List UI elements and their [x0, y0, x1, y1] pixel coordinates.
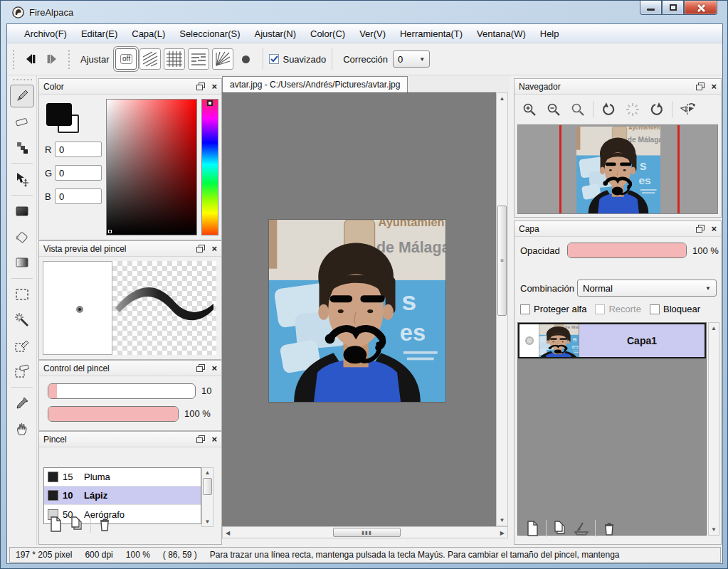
scroll-right-icon[interactable]: ▶ — [500, 530, 505, 536]
float-panel-icon[interactable] — [196, 364, 206, 372]
snap-parallel-button[interactable] — [139, 48, 161, 70]
layer-list-scrollbar[interactable]: ▲ ▼ — [708, 322, 719, 536]
new-brush-button[interactable] — [45, 514, 66, 534]
reset-rotation-button[interactable] — [621, 99, 645, 120]
menu-color[interactable]: Color(C) — [303, 26, 352, 42]
snap-off-button[interactable]: off — [115, 48, 137, 70]
saturation-value-picker[interactable] — [106, 99, 197, 235]
maximize-button[interactable] — [662, 1, 684, 15]
suavizado-checkbox[interactable]: Suavizado — [269, 54, 326, 65]
b-input[interactable] — [55, 188, 102, 204]
scroll-down-icon[interactable]: ▼ — [709, 526, 719, 533]
delete-layer-button[interactable] — [598, 519, 620, 538]
new-layer-button[interactable] — [522, 519, 543, 538]
select-tool-button[interactable] — [10, 283, 34, 306]
lock-checkbox[interactable]: Bloquear — [650, 304, 700, 314]
canvas-area[interactable] — [222, 92, 496, 526]
toolstrip-grip[interactable] — [12, 78, 32, 82]
foreground-color-swatch[interactable] — [46, 103, 72, 126]
scrollbar-thumb[interactable] — [203, 478, 212, 495]
dot-tool-button[interactable] — [10, 136, 34, 159]
scrollbar-thumb[interactable]: ▮▮▮ — [333, 528, 401, 537]
float-panel-icon[interactable] — [196, 435, 206, 443]
select-pen-tool-button[interactable] — [10, 334, 34, 357]
hand-tool-button[interactable] — [10, 418, 34, 440]
scroll-up-icon[interactable]: ▲ — [497, 95, 507, 102]
menu-capa[interactable]: Capa(L) — [125, 26, 172, 42]
toolbar-grip[interactable] — [68, 49, 70, 69]
hue-slider[interactable] — [201, 99, 218, 235]
brush-row-pluma[interactable]: 15 Pluma — [44, 468, 201, 486]
brush-opacity-slider[interactable] — [48, 406, 179, 422]
float-panel-icon[interactable] — [696, 83, 705, 90]
close-button[interactable] — [684, 1, 717, 15]
snap-cross-button[interactable] — [164, 48, 185, 70]
correccion-dropdown[interactable]: 0 ▼ — [393, 50, 430, 68]
zoom-out-button[interactable] — [542, 99, 566, 120]
protect-alpha-checkbox[interactable]: Proteger alfa — [520, 304, 586, 314]
toolbar-grip[interactable] — [12, 49, 15, 69]
layer-row-capa1[interactable]: Capa1 — [518, 323, 706, 358]
brush-size-slider[interactable] — [48, 383, 196, 399]
menu-seleccionar[interactable]: Seleccionar(S) — [172, 26, 247, 42]
menu-help[interactable]: Help — [533, 26, 566, 42]
scroll-left-icon[interactable]: ◀ — [226, 530, 230, 536]
close-panel-icon[interactable]: × — [211, 244, 217, 253]
menu-archivo[interactable]: Archivo(F) — [17, 26, 74, 42]
r-input[interactable] — [55, 142, 102, 157]
scroll-up-icon[interactable]: ▲ — [202, 469, 213, 476]
canvas-vscrollbar[interactable]: ▲ ≡ ▼ — [496, 92, 508, 526]
redo-button[interactable] — [41, 49, 63, 69]
close-panel-icon[interactable]: × — [211, 435, 217, 444]
scroll-up-icon[interactable]: ▲ — [709, 325, 719, 331]
merge-layer-button[interactable] — [571, 519, 592, 538]
canvas-hscrollbar[interactable]: ◀ ▮▮▮ ▶ — [222, 526, 508, 538]
snap-radial-button[interactable] — [212, 48, 233, 70]
minimize-button[interactable] — [640, 1, 662, 15]
clipping-checkbox[interactable]: Recorte — [595, 304, 641, 314]
eraser-tool-button[interactable] — [10, 110, 34, 133]
rotate-right-button[interactable] — [645, 99, 669, 120]
layer-visibility-toggle[interactable] — [519, 324, 539, 357]
close-panel-icon[interactable]: × — [711, 82, 717, 91]
scrollbar-thumb[interactable]: ≡ — [497, 206, 507, 316]
duplicate-layer-button[interactable] — [549, 519, 571, 538]
brush-row-lapiz[interactable]: 10 Lápiz — [44, 486, 201, 505]
select-eraser-tool-button[interactable] — [10, 360, 34, 383]
bucket-tool-button[interactable] — [10, 225, 34, 248]
float-panel-icon[interactable] — [196, 245, 206, 252]
eyedropper-tool-button[interactable] — [10, 392, 34, 415]
close-panel-icon[interactable]: × — [211, 363, 217, 373]
menu-herramienta[interactable]: Herramienta(T) — [393, 26, 470, 42]
scroll-down-icon[interactable]: ▼ — [202, 519, 213, 525]
delete-brush-button[interactable] — [94, 514, 115, 534]
float-panel-icon[interactable] — [696, 225, 705, 233]
duplicate-brush-button[interactable] — [66, 514, 88, 534]
rotate-left-button[interactable] — [596, 99, 621, 120]
magic-wand-tool-button[interactable] — [10, 309, 34, 331]
navigator-preview[interactable] — [517, 124, 718, 214]
document-tab[interactable]: avtar.jpg - C:/Users/Andrés/Pictures/avt… — [222, 76, 408, 92]
layer-opacity-slider[interactable] — [567, 243, 687, 258]
sv-selector[interactable] — [108, 230, 112, 233]
menu-ventana[interactable]: Ventana(W) — [470, 26, 533, 42]
gradient-tool-button[interactable] — [10, 251, 34, 274]
move-tool-button[interactable] — [10, 168, 34, 191]
snap-vanishing-button[interactable] — [188, 48, 209, 70]
g-input[interactable] — [55, 165, 102, 181]
menu-ver[interactable]: Ver(V) — [352, 26, 393, 42]
brush-list-scrollbar[interactable]: ▲ ▼ — [201, 467, 213, 527]
fill-rect-tool-button[interactable] — [10, 200, 34, 223]
zoom-reset-button[interactable] — [566, 99, 590, 120]
flip-horizontal-button[interactable] — [675, 99, 700, 120]
document-image[interactable] — [269, 220, 445, 402]
blend-mode-dropdown[interactable]: Normal ▼ — [577, 280, 717, 297]
close-panel-icon[interactable]: × — [211, 82, 217, 91]
hue-selector[interactable] — [207, 100, 213, 106]
scroll-down-icon[interactable]: ▼ — [497, 517, 507, 523]
pen-tool-button[interactable] — [10, 85, 34, 107]
zoom-in-button[interactable] — [517, 99, 542, 120]
undo-button[interactable] — [20, 49, 41, 69]
float-panel-icon[interactable] — [196, 83, 206, 90]
menu-editar[interactable]: Editar(E) — [74, 26, 125, 42]
